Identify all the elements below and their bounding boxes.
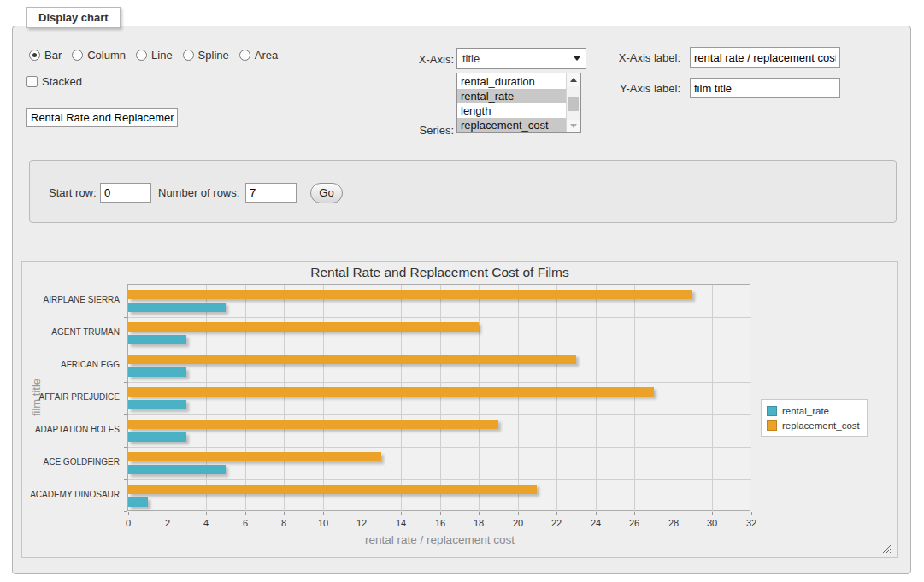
radio-option-area[interactable]: Area (239, 49, 278, 62)
radio-icon (183, 50, 194, 61)
bar-replacement-cost-academy-dinosaur (128, 485, 537, 494)
v-gridline (440, 285, 441, 512)
bar-replacement-cost-ace-goldfinger (128, 452, 381, 461)
x-tick-label: 18 (462, 518, 496, 528)
radio-icon (29, 50, 40, 61)
display-chart-fieldset: Display chart BarColumnLineSplineArea St… (12, 26, 911, 574)
series-option-rental-duration[interactable]: rental_duration (457, 74, 566, 89)
x-axis-selected-value: title (462, 52, 574, 65)
series-option-rental-rate[interactable]: rental_rate (457, 89, 566, 103)
x-tick-label: 6 (228, 518, 262, 528)
v-gridline (401, 285, 402, 512)
y-category-label: AFFAIR PREJUDICE (29, 381, 120, 414)
chart-type-radio-group: BarColumnLineSplineArea (29, 49, 278, 62)
chart-legend: rental_ratereplacement_cost (761, 399, 868, 437)
x-axis-label: X-Axis: (377, 53, 454, 66)
legend-swatch (767, 406, 777, 416)
x-tick-label: 2 (150, 518, 185, 528)
legend-item: replacement_cost (767, 418, 860, 432)
h-gridline (128, 414, 751, 415)
radio-option-column[interactable]: Column (72, 49, 126, 62)
x-axis-select[interactable]: title (456, 48, 586, 69)
legend-label: rental_rate (782, 406, 829, 416)
fieldset-legend-title: Display chart (26, 7, 121, 28)
x-tick-label: 22 (539, 518, 574, 528)
chart-title: Rental Rate and Replacement Cost of Film… (127, 265, 752, 280)
chart-panel: Rental Rate and Replacement Cost of Film… (21, 261, 898, 558)
v-gridline (518, 285, 519, 512)
x-tick-label: 30 (695, 518, 729, 528)
start-row-input[interactable] (100, 183, 151, 203)
resize-grip-icon[interactable] (882, 544, 891, 553)
x-tick-label: 8 (267, 518, 301, 528)
x-tick-mark (712, 512, 713, 515)
bar-rental-rate-ace-goldfinger (128, 465, 226, 474)
start-row-label: Start row: (49, 186, 97, 199)
y-tick-mark (124, 285, 127, 285)
x-axis-title: rental rate / replacement cost (127, 533, 752, 546)
y-axis-label-field-label: Y-Axis label: (602, 82, 680, 95)
radio-label: Area (255, 49, 278, 62)
bar-rental-rate-african-egg (128, 367, 186, 377)
x-tick-label: 28 (656, 518, 691, 528)
y-category-label: AFRICAN EGG (29, 349, 120, 381)
x-tick-label: 32 (734, 518, 768, 528)
v-gridline (596, 285, 597, 512)
scroll-up-icon[interactable] (567, 73, 580, 86)
row-controls-panel: Start row: Number of rows: Go (29, 160, 897, 223)
y-tick-mark (124, 350, 127, 350)
legend-swatch (767, 420, 777, 431)
series-listbox[interactable]: rental_durationrental_ratelengthreplacem… (456, 73, 581, 133)
v-gridline (712, 285, 713, 512)
chevron-down-icon (574, 56, 580, 61)
x-tick-mark (245, 512, 246, 515)
radio-option-line[interactable]: Line (136, 49, 173, 62)
y-category-label: ACE GOLDFINGER (29, 446, 120, 479)
radio-label: Bar (44, 49, 62, 62)
radio-option-bar[interactable]: Bar (29, 49, 62, 62)
number-of-rows-label: Number of rows: (158, 186, 239, 199)
x-tick-mark (168, 512, 168, 515)
x-tick-mark (440, 512, 441, 515)
v-gridline (245, 285, 246, 512)
bar-replacement-cost-agent-truman (128, 322, 479, 332)
x-tick-label: 16 (423, 518, 457, 528)
go-button[interactable]: Go (310, 183, 343, 203)
scrollbar-thumb[interactable] (568, 97, 579, 111)
x-tick-mark (479, 512, 480, 515)
v-gridline (284, 285, 285, 512)
x-tick-label: 0 (111, 518, 145, 528)
series-option-replacement-cost[interactable]: replacement_cost (457, 118, 566, 132)
h-gridline (128, 350, 751, 350)
y-tick-mark (124, 414, 127, 415)
series-option-length[interactable]: length (457, 103, 566, 118)
y-axis-label-input[interactable] (690, 78, 840, 98)
x-tick-mark (596, 512, 597, 515)
bar-replacement-cost-adaptation-holes (128, 420, 498, 429)
legend-label: replacement_cost (782, 420, 860, 431)
stacked-label: Stacked (42, 75, 82, 88)
x-tick-label: 14 (384, 518, 418, 528)
chart-title-input[interactable] (26, 108, 178, 127)
listbox-scrollbar[interactable] (566, 73, 580, 132)
bar-rental-rate-affair-prejudice (128, 400, 186, 409)
plot-area (127, 284, 750, 511)
stacked-checkbox-row[interactable]: Stacked (26, 75, 82, 88)
scroll-down-icon[interactable] (567, 120, 580, 132)
h-gridline (128, 317, 751, 318)
number-of-rows-input[interactable] (245, 183, 297, 203)
x-tick-mark (284, 512, 285, 515)
radio-icon (72, 50, 83, 61)
bar-replacement-cost-affair-prejudice (128, 387, 654, 397)
y-tick-mark (124, 511, 127, 512)
radio-option-spline[interactable]: Spline (183, 49, 229, 62)
radio-icon (136, 50, 147, 61)
x-axis-label-input[interactable] (690, 47, 840, 68)
stacked-checkbox[interactable] (26, 76, 38, 87)
y-category-label: ACADEMY DINOSAUR (29, 479, 120, 511)
v-gridline (362, 285, 362, 512)
y-tick-mark (124, 479, 127, 480)
h-gridline (128, 382, 751, 383)
x-tick-mark (751, 512, 752, 515)
y-tick-mark (124, 317, 127, 318)
